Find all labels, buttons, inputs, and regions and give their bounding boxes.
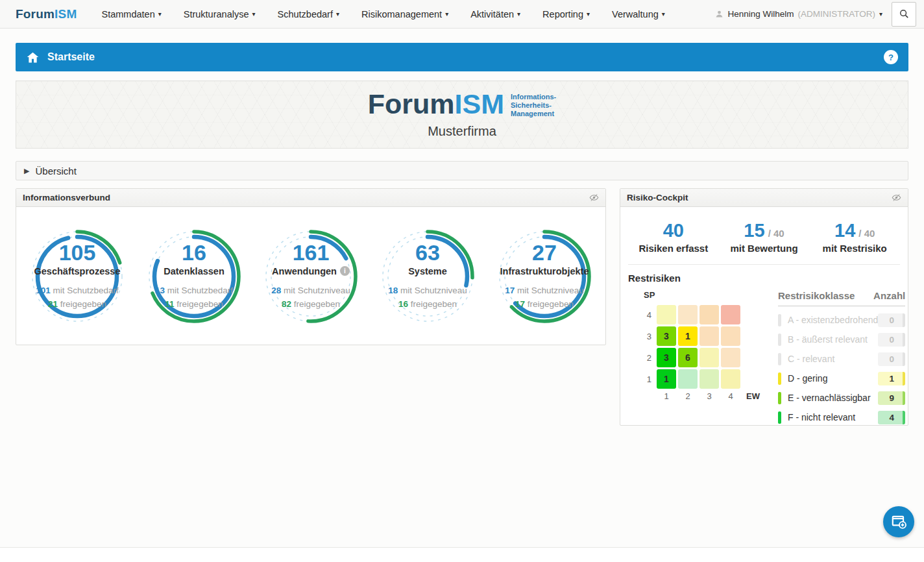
tagline-line-1: Informations- [511, 93, 556, 101]
banner: ForumISM Informations- Sicherheits- Mana… [16, 80, 908, 149]
nav-item-verwaltung[interactable]: Verwaltung▾ [612, 9, 665, 19]
kpi-circle-infrastrukturobjekte[interactable]: 27Infrastrukturobjekte17 mit Schutznivea… [487, 219, 602, 334]
matrix-col-label: 3 [699, 391, 719, 401]
app-logo[interactable]: ForumISM [16, 7, 77, 21]
kpi-label: Geschäftsprozesse [34, 266, 121, 276]
class-count: 0 [890, 354, 895, 364]
class-count: 0 [890, 315, 895, 325]
class-pill-edge [903, 333, 905, 347]
kpi-circle-anwendungen[interactable]: 161Anwendungeni28 mit Schutzniveau82 fre… [253, 219, 369, 334]
matrix-cell-sp2-ew1[interactable]: 3 [657, 348, 676, 367]
class-row-f[interactable]: F - nicht relevant4 [778, 408, 905, 427]
banner-logo-part2: ISM [455, 88, 504, 119]
chevron-down-icon: ▾ [517, 10, 520, 18]
nav-item-risikomanagement[interactable]: Risikomanagement▾ [361, 9, 448, 19]
nav-item-aktivitaeten[interactable]: Aktivitäten▾ [470, 9, 520, 19]
stat-value: 15 [744, 221, 764, 240]
class-row-c: C - relevant0 [778, 349, 905, 369]
new-window-plus-icon [890, 513, 907, 530]
matrix-cell-sp1-ew2 [678, 369, 698, 389]
kpi-line2: 21 freigegeben [48, 298, 106, 311]
matrix-col-label: 2 [678, 391, 698, 401]
nav-item-label: Schutzbedarf [278, 9, 333, 19]
risk-stats-row: 40Risiken erfasst15/ 40mit Bewertung14/ … [628, 221, 900, 254]
matrix-col-label: 1 [657, 391, 676, 401]
nav-item-reporting[interactable]: Reporting▾ [542, 9, 590, 19]
matrix-cell-sp1-ew1[interactable]: 1 [657, 369, 676, 389]
nav-item-label: Verwaltung [612, 9, 659, 19]
nav-item-strukturanalyse[interactable]: Strukturanalyse▾ [184, 9, 256, 19]
class-color-bar [778, 334, 781, 346]
matrix-cell-sp2-ew2[interactable]: 6 [678, 348, 698, 367]
matrix-cell-sp4-ew4 [721, 305, 740, 324]
risk-cockpit-panel-title: Risiko-Cockpit [627, 193, 688, 202]
kpi-circle-datenklassen[interactable]: 16Datenklassen13 mit Schutzbedarf11 frei… [136, 219, 252, 334]
class-color-bar [778, 373, 781, 385]
class-color-bar [778, 314, 781, 326]
nav-menus: Stammdaten▾Strukturanalyse▾Schutzbedarf▾… [102, 9, 665, 19]
matrix-cell-sp3-ew4 [721, 326, 740, 346]
matrix-row-label: 3 [640, 332, 651, 341]
kpi-circle-systeme[interactable]: 63Systeme18 mit Schutzniveau16 freigegeb… [370, 219, 485, 334]
matrix-row-sp4: 4 [640, 305, 760, 324]
class-count-pill: 0 [878, 313, 905, 327]
matrix-cell-sp1-ew3 [699, 369, 719, 389]
matrix-col-label: 4 [721, 391, 740, 401]
hide-panel-button[interactable] [892, 193, 901, 202]
kpi-value: 63 [415, 241, 440, 265]
matrix-row-sp2: 236 [640, 348, 760, 367]
stat-label: Risiken erfasst [628, 243, 719, 254]
stat-value: 40 [663, 221, 684, 240]
kpi-text: 63Systeme18 mit Schutzniveau16 freigegeb… [370, 219, 485, 334]
chevron-down-icon: ▾ [445, 10, 448, 18]
kpi-line1: 101 mit Schutzbedarf [36, 284, 119, 297]
user-name: Henning Wilhelm [727, 9, 794, 19]
kpi-text: 105Geschäftsprozesse101 mit Schutzbedarf… [19, 219, 135, 334]
home-icon[interactable] [26, 51, 40, 64]
classes-header: Restrisikoklasse Anzahl [778, 290, 905, 306]
classes-rows: A - existenzbedrohend0B - äußerst releva… [778, 310, 905, 427]
kpi-value: 161 [293, 241, 330, 265]
kpi-line1: 17 mit Schutzniveau [505, 284, 584, 297]
class-pill-edge [903, 411, 905, 424]
stat-suffix: / 40 [768, 228, 784, 239]
class-pill-edge [903, 313, 905, 327]
matrix-x-axis-label: EW [746, 391, 760, 401]
help-button[interactable]: ? [884, 50, 898, 64]
chevron-down-icon: ▾ [158, 10, 162, 18]
overview-toggle[interactable]: ▶ Übersicht [16, 161, 908, 180]
matrix-cell-sp3-ew2[interactable]: 1 [678, 326, 698, 346]
overview-label: Übersicht [35, 165, 76, 177]
hide-panel-button[interactable] [589, 193, 599, 202]
matrix-cell-sp3-ew3 [699, 326, 719, 346]
matrix-cell-sp2-ew3 [699, 348, 719, 367]
eye-slash-icon [892, 193, 901, 202]
chevron-down-icon: ▾ [662, 10, 665, 18]
user-icon [715, 10, 723, 18]
nav-item-schutzbedarf[interactable]: Schutzbedarf▾ [278, 9, 339, 19]
app-logo-part2: ISM [55, 7, 77, 21]
matrix-cell-sp3-ew1[interactable]: 3 [657, 326, 676, 346]
new-window-fab[interactable] [883, 506, 914, 537]
infoverbund-panel: Informationsverbund 105Geschäftsprozesse… [16, 188, 606, 345]
search-button[interactable] [892, 2, 916, 27]
matrix-col-labels: 1234EW [640, 391, 760, 401]
chevron-down-icon: ▾ [336, 10, 339, 18]
class-row-e[interactable]: E - vernachlässigbar9 [778, 388, 905, 408]
info-icon[interactable]: i [340, 266, 350, 276]
kpi-value: 16 [182, 241, 206, 265]
matrix-grid: 4331236111234EW [640, 305, 760, 401]
kpi-circle-geschaeftsprozesse[interactable]: 105Geschäftsprozesse101 mit Schutzbedarf… [19, 219, 135, 334]
kpi-line2: 16 freigegeben [398, 298, 457, 311]
class-row-d[interactable]: D - gering1 [778, 369, 905, 388]
nav-item-label: Strukturanalyse [184, 9, 249, 19]
search-icon [899, 8, 910, 19]
kpi-line2: 17 freigegeben [515, 298, 574, 311]
nav-item-stammdaten[interactable]: Stammdaten▾ [102, 9, 162, 19]
kpi-value: 105 [59, 241, 96, 265]
infoverbund-panel-title: Informationsverbund [23, 193, 110, 202]
chevron-down-icon: ▾ [252, 10, 256, 18]
chevron-right-icon: ▶ [24, 167, 29, 175]
user-menu[interactable]: Henning Wilhelm (ADMINISTRATOR) ▾ [715, 9, 882, 19]
matrix-row-sp3: 331 [640, 326, 760, 346]
